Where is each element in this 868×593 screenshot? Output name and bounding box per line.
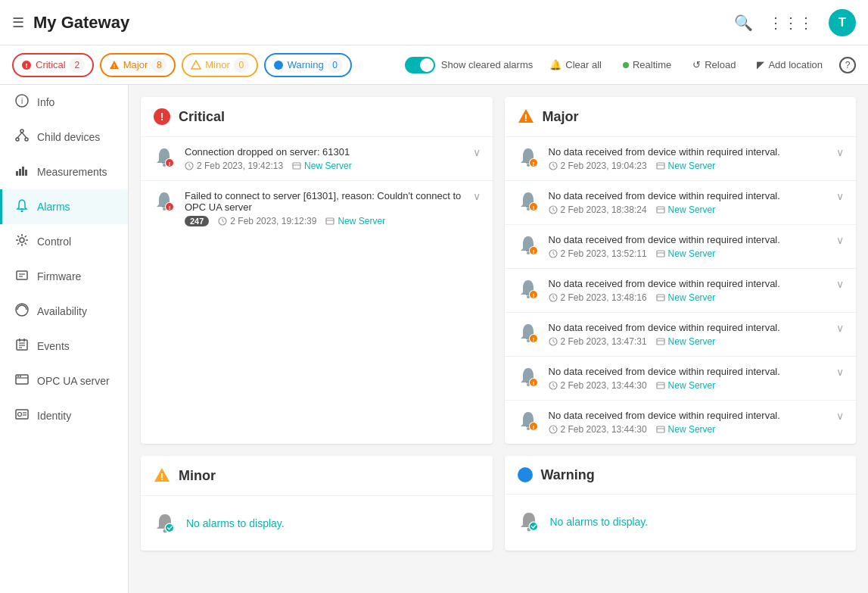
svg-rect-54 <box>326 218 334 224</box>
alarm-count: 247 <box>185 216 209 226</box>
svg-text:!: ! <box>532 292 534 299</box>
alarm-expand-icon[interactable]: ∨ <box>836 190 844 202</box>
alarm-expand-icon[interactable]: ∨ <box>473 146 481 158</box>
show-cleared-label: Show cleared alarms <box>441 59 533 70</box>
sidebar: i Info Child devices Measurements Alarms… <box>0 85 129 593</box>
major-alarm-bell: ! <box>517 366 541 390</box>
critical-alarm-bell: ! <box>153 190 177 214</box>
alarm-expand-icon[interactable]: ∨ <box>836 146 844 158</box>
server-icon <box>292 161 301 170</box>
sidebar-item-firmware[interactable]: Firmware <box>0 259 128 294</box>
alarm-expand-icon[interactable]: ∨ <box>836 366 844 378</box>
major-alarm-bell: ! <box>517 410 541 434</box>
sidebar-item-availability[interactable]: Availability <box>0 294 128 329</box>
critical-panel: ! Critical ! Connection dropped on serve… <box>141 97 493 444</box>
clock-icon <box>549 205 558 214</box>
sidebar-item-opc-ua-server[interactable]: OPC UA server <box>0 364 128 398</box>
header-actions: 🔍 ⋮⋮⋮ T <box>734 9 856 36</box>
sidebar-item-alarms[interactable]: Alarms <box>0 189 128 224</box>
svg-text:!: ! <box>169 161 171 167</box>
chip-major[interactable]: ! Major 8 <box>100 53 176 77</box>
svg-rect-64 <box>657 163 664 169</box>
sidebar-item-events[interactable]: Events <box>0 329 128 364</box>
alarm-expand-icon[interactable]: ∨ <box>836 234 844 246</box>
bell-clear-icon: 🔔 <box>549 59 562 70</box>
major-alarm-bell: ! <box>517 234 541 258</box>
server-icon <box>656 293 665 302</box>
realtime-dot <box>623 62 629 68</box>
alarm-item[interactable]: ! No data received from device within re… <box>505 225 857 269</box>
major-alarm-bell: ! <box>517 190 541 214</box>
svg-point-9 <box>16 138 19 141</box>
svg-text:!: ! <box>524 112 527 123</box>
warning-panel-header: Warning <box>505 456 857 495</box>
alarm-title: No data received from device within requ… <box>549 410 826 421</box>
alarm-item[interactable]: ! No data received from device within re… <box>505 269 857 313</box>
svg-point-32 <box>17 376 19 377</box>
grid-icon[interactable]: ⋮⋮⋮ <box>768 14 814 32</box>
alarm-title: Connection dropped on server: 61301 <box>185 146 462 158</box>
svg-point-10 <box>25 138 28 141</box>
critical-alarms-list: ! Connection dropped on server: 61301 2 … <box>141 137 493 236</box>
show-cleared-toggle[interactable] <box>405 57 435 73</box>
svg-point-119 <box>518 467 533 482</box>
avatar[interactable]: T <box>829 9 856 36</box>
menu-icon[interactable]: ☰ <box>12 14 24 31</box>
sidebar-item-child-devices[interactable]: Child devices <box>0 120 128 154</box>
sidebar-item-measurements[interactable]: Measurements <box>0 154 128 189</box>
alarm-item[interactable]: ! Connection dropped on server: 61301 2 … <box>141 137 493 181</box>
show-cleared-toggle-group: Show cleared alarms <box>405 57 533 73</box>
svg-point-18 <box>21 211 23 213</box>
sidebar-label-info: Info <box>37 96 54 108</box>
identity-icon <box>14 407 30 424</box>
svg-rect-80 <box>657 251 664 257</box>
server-icon <box>656 337 665 346</box>
alarm-item[interactable]: ! No data received from device within re… <box>505 181 857 225</box>
alarm-expand-icon[interactable]: ∨ <box>473 190 481 202</box>
alarm-expand-icon[interactable]: ∨ <box>836 410 844 422</box>
major-alarm-bell: ! <box>517 322 541 346</box>
alarm-item[interactable]: ! No data received from device within re… <box>505 137 857 181</box>
chip-warning[interactable]: Warning 0 <box>264 53 352 77</box>
search-icon[interactable]: 🔍 <box>734 14 753 32</box>
alarm-title: No data received from device within requ… <box>549 146 826 158</box>
events-icon <box>14 338 30 354</box>
svg-text:!: ! <box>169 204 171 211</box>
chip-minor[interactable]: Minor 0 <box>182 53 258 77</box>
svg-text:!: ! <box>26 62 28 70</box>
svg-point-35 <box>18 413 22 417</box>
filter-bar: ! Critical 2 ! Major 8 Minor 0 Warning 0… <box>0 45 868 85</box>
sidebar-item-info[interactable]: i Info <box>0 85 128 120</box>
warning-no-alarms: No alarms to display. <box>505 495 857 549</box>
alarm-item[interactable]: ! No data received from device within re… <box>505 313 857 357</box>
sidebar-item-identity[interactable]: Identity <box>0 398 128 433</box>
chip-critical[interactable]: ! Critical 2 <box>12 53 94 77</box>
alarm-expand-icon[interactable]: ∨ <box>836 278 844 290</box>
critical-icon: ! <box>153 108 171 126</box>
alarm-item[interactable]: ! No data received from device within re… <box>505 357 857 401</box>
minor-bell-icon <box>153 511 177 535</box>
alarm-item[interactable]: ! No data received from device within re… <box>505 401 857 444</box>
warning-icon <box>517 467 534 483</box>
alarm-item[interactable]: ! Failed to connect to server [61301], r… <box>141 181 493 236</box>
major-icon: ! <box>517 108 535 126</box>
main-layout: i Info Child devices Measurements Alarms… <box>0 85 868 593</box>
page-title: My Gateway <box>33 13 734 33</box>
sidebar-item-control[interactable]: Control <box>0 224 128 259</box>
realtime-button[interactable]: Realtime <box>618 56 676 73</box>
svg-text:i: i <box>21 97 23 105</box>
filter-actions: Show cleared alarms 🔔 Clear all Realtime… <box>405 56 856 73</box>
clock-icon <box>549 381 558 390</box>
server-icon <box>656 249 665 258</box>
sidebar-label-opc-ua-server: OPC UA server <box>37 375 110 387</box>
svg-rect-15 <box>22 167 24 176</box>
alarm-expand-icon[interactable]: ∨ <box>836 322 844 334</box>
firmware-icon <box>14 268 30 285</box>
clear-all-button[interactable]: 🔔 Clear all <box>545 56 606 73</box>
reload-button[interactable]: ↺ Reload <box>688 56 740 73</box>
clock-icon <box>185 161 194 170</box>
help-icon[interactable]: ? <box>839 57 856 73</box>
main-content: ! Critical ! Connection dropped on serve… <box>129 85 868 593</box>
add-location-button[interactable]: ◤ Add location <box>752 56 827 73</box>
clock-icon <box>549 161 558 170</box>
